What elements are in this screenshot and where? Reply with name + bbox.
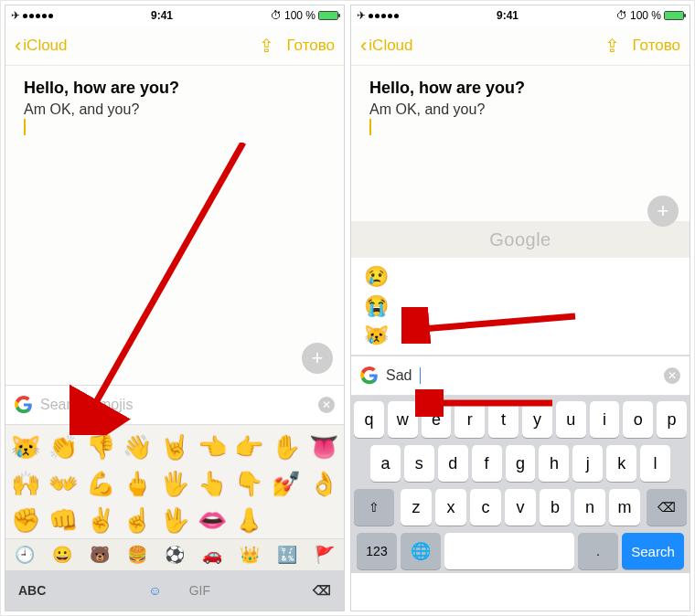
space-key[interactable] [444, 533, 574, 569]
gif-tab[interactable]: GIF [189, 583, 210, 598]
key-k[interactable]: k [606, 445, 636, 482]
key-g[interactable]: g [506, 445, 536, 482]
clear-icon[interactable]: ✕ [664, 367, 680, 384]
dot-key[interactable]: . [578, 533, 618, 569]
emoji-cell[interactable]: 💅 [272, 470, 301, 498]
emoji-search-input[interactable] [40, 397, 311, 413]
emoji-category[interactable]: 👑 [240, 545, 260, 565]
emoji-cell[interactable]: ☝️ [123, 506, 152, 535]
emoji-cell[interactable]: 💪 [86, 470, 115, 498]
emoji-cell[interactable]: 👃 [234, 506, 263, 535]
emoji-search-value[interactable]: Sad [386, 367, 412, 384]
emoji-cell[interactable]: 🙌 [11, 470, 40, 498]
text-cursor [24, 119, 26, 135]
search-cursor [420, 367, 421, 384]
key-q[interactable]: q [354, 401, 384, 438]
key-v[interactable]: v [505, 489, 536, 526]
emoji-cell[interactable]: ✌️ [86, 506, 115, 535]
note-body[interactable]: Hello, how are you? Am OK, and you? + [5, 66, 344, 385]
key-z[interactable]: z [401, 489, 432, 526]
emoji-cell[interactable]: 🤘 [160, 433, 189, 462]
emoji-cell[interactable]: 👌 [309, 470, 338, 498]
emoji-cell[interactable]: 🖕 [123, 470, 152, 498]
emoji-search-bar[interactable]: Sad ✕ [351, 356, 690, 396]
abc-button[interactable]: ABC [18, 583, 46, 598]
emoji-category[interactable]: 🔣 [277, 545, 297, 565]
back-button[interactable]: ‹ iCloud [15, 36, 68, 56]
back-label: iCloud [23, 37, 67, 55]
alarm-icon: ⏱ [616, 9, 627, 22]
add-button[interactable]: + [647, 196, 679, 227]
emoji-category[interactable]: 🐻 [90, 545, 110, 565]
emoji-category[interactable]: 🕘 [15, 545, 35, 565]
key-a[interactable]: a [370, 445, 401, 482]
emoji-cell[interactable]: 👈 [198, 433, 227, 462]
clear-icon[interactable]: ✕ [318, 397, 335, 413]
key-p[interactable]: p [657, 401, 687, 438]
key-o[interactable]: o [623, 401, 653, 438]
keyboard-switch-bar: ABC ☺ GIF ⌫ [5, 570, 344, 611]
suggestion-row[interactable]: 😭 [364, 294, 677, 318]
key-r[interactable]: r [454, 401, 485, 438]
emoji-cell[interactable]: 👐 [48, 470, 78, 498]
key-i[interactable]: i [590, 401, 620, 438]
emoji-cell[interactable]: 👅 [309, 433, 338, 462]
done-button[interactable]: Готово [633, 37, 681, 55]
backspace-key[interactable]: ⌫ [647, 489, 687, 526]
emoji-cell[interactable]: 🖐 [160, 470, 189, 498]
emoji-cell[interactable]: 👇 [234, 470, 263, 498]
share-icon[interactable]: ⇪ [604, 35, 620, 57]
emoji-cell[interactable]: 👉 [234, 433, 263, 462]
add-button[interactable]: + [302, 343, 333, 374]
key-f[interactable]: f [472, 445, 502, 482]
key-h[interactable]: h [539, 445, 569, 482]
key-t[interactable]: t [488, 401, 519, 438]
shift-key[interactable]: ⇧ [354, 489, 394, 526]
key-w[interactable]: w [388, 401, 418, 438]
emoji-search-bar[interactable]: ✕ [5, 385, 344, 425]
suggestion-row[interactable]: 😿 [364, 324, 677, 347]
emoji-cell[interactable]: 🖖 [160, 506, 189, 535]
emoji-cell[interactable]: 👊 [48, 506, 78, 535]
emoji-category[interactable]: 🚗 [202, 545, 222, 565]
mode-key[interactable]: 123 [357, 533, 397, 569]
key-u[interactable]: u [556, 401, 586, 438]
suggestion-row[interactable]: 😢 [364, 265, 677, 289]
note-line: Am OK, and you? [369, 101, 671, 118]
done-button[interactable]: Готово [287, 37, 336, 55]
key-j[interactable]: j [572, 445, 603, 482]
key-d[interactable]: d [438, 445, 468, 482]
emoji-cell[interactable]: 👄 [198, 506, 227, 535]
key-x[interactable]: x [435, 489, 466, 526]
emoji-cell[interactable]: 👆 [198, 470, 227, 498]
globe-key[interactable]: 🌐 [401, 533, 441, 569]
emoji-cell[interactable]: 👋 [123, 433, 152, 462]
emoji-grid: 😿👏👎👋🤘👈👉✋👅🙌👐💪🖕🖐👆👇💅👌✊👊✌️☝️🖖👄👃 [5, 425, 344, 539]
key-c[interactable]: c [470, 489, 501, 526]
key-n[interactable]: n [574, 489, 605, 526]
note-line: Am OK, and you? [24, 101, 326, 118]
emoji-tab-icon[interactable]: ☺ [148, 583, 161, 598]
battery-icon [318, 11, 338, 20]
emoji-cell[interactable]: 😿 [11, 433, 40, 462]
emoji-category[interactable]: 🚩 [315, 545, 335, 565]
key-e[interactable]: e [422, 401, 452, 438]
emoji-cell[interactable]: ✋ [272, 433, 301, 462]
backspace-icon[interactable]: ⌫ [313, 583, 331, 598]
emoji-category[interactable]: 🍔 [127, 545, 147, 565]
note-body[interactable]: Hello, how are you? Am OK, and you? + [351, 66, 690, 221]
signal-dots [369, 14, 399, 18]
key-y[interactable]: y [522, 401, 552, 438]
share-icon[interactable]: ⇪ [259, 35, 274, 57]
key-l[interactable]: l [640, 445, 670, 482]
emoji-cell[interactable]: 👏 [48, 433, 78, 462]
emoji-cell[interactable]: ✊ [11, 506, 40, 535]
key-m[interactable]: m [609, 489, 640, 526]
emoji-category[interactable]: ⚽ [165, 545, 185, 565]
back-button[interactable]: ‹ iCloud [360, 36, 413, 56]
emoji-category[interactable]: 😀 [52, 545, 72, 565]
key-s[interactable]: s [404, 445, 434, 482]
search-key[interactable]: Search [622, 533, 684, 569]
emoji-cell[interactable]: 👎 [86, 433, 115, 462]
key-b[interactable]: b [540, 489, 571, 526]
